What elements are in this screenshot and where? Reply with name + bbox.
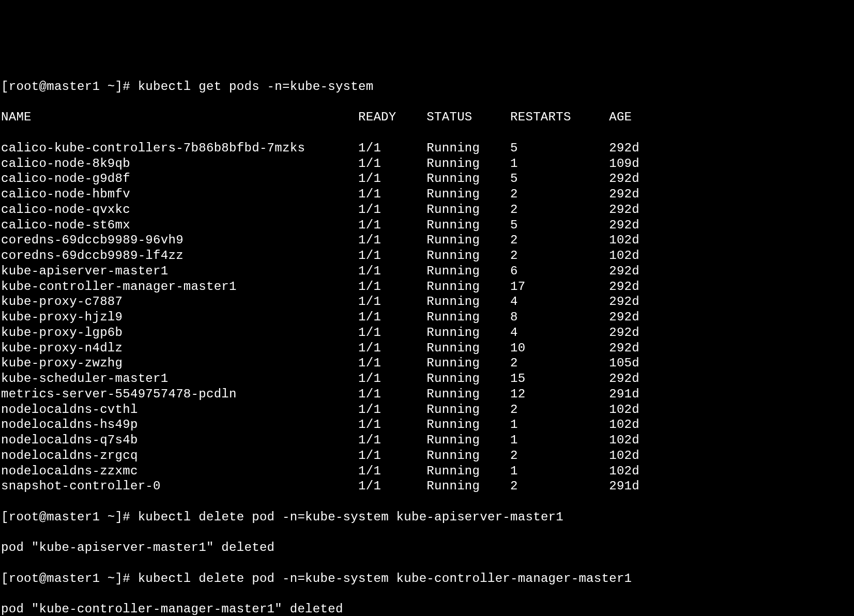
table-row: calico-node-hbmfv 1/1 Running 2 292d [1, 187, 853, 202]
table-row: nodelocaldns-cvthl 1/1 Running 2 102d [1, 402, 853, 418]
table-row: calico-node-8k9qb 1/1 Running 1 109d [1, 156, 853, 172]
table-row: coredns-69dccb9989-96vh9 1/1 Running 2 1… [1, 233, 853, 248]
table-row: calico-node-g9d8f 1/1 Running 5 292d [1, 171, 853, 187]
table-header: NAME READY STATUS RESTARTS AGE [1, 110, 853, 125]
command-text: kubectl delete pod -n=kube-system kube-c… [138, 572, 632, 586]
table-row: nodelocaldns-zrgcq 1/1 Running 2 102d [1, 448, 853, 464]
table-row: coredns-69dccb9989-lf4zz 1/1 Running 2 1… [1, 248, 853, 264]
table-row: kube-proxy-hjzl9 1/1 Running 8 292d [1, 310, 853, 325]
output-line: pod "kube-apiserver-master1" deleted [1, 540, 853, 556]
table-row: calico-node-st6mx 1/1 Running 5 292d [1, 218, 853, 233]
table-row: nodelocaldns-zzxmc 1/1 Running 1 102d [1, 464, 853, 479]
table-row: snapshot-controller-0 1/1 Running 2 291d [1, 479, 853, 494]
table-row: nodelocaldns-q7s4b 1/1 Running 1 102d [1, 433, 853, 448]
table-row: metrics-server-5549757478-pcdln 1/1 Runn… [1, 387, 853, 402]
table-row: kube-proxy-zwzhg 1/1 Running 2 105d [1, 356, 853, 371]
command-line-2: [root@master1 ~]# kubectl delete pod -n=… [1, 510, 853, 525]
shell-prompt: [root@master1 ~]# [1, 510, 138, 524]
table-row: nodelocaldns-hs49p 1/1 Running 1 102d [1, 417, 853, 433]
table-row: kube-apiserver-master1 1/1 Running 6 292… [1, 264, 853, 279]
command-text: kubectl get pods -n=kube-system [138, 80, 374, 94]
table-row: kube-proxy-lgp6b 1/1 Running 4 292d [1, 325, 853, 341]
command-line-3: [root@master1 ~]# kubectl delete pod -n=… [1, 571, 853, 587]
table-row: calico-kube-controllers-7b86b8bfbd-7mzks… [1, 141, 853, 156]
shell-prompt: [root@master1 ~]# [1, 572, 138, 586]
shell-prompt: [root@master1 ~]# [1, 80, 138, 94]
table-row: kube-proxy-c7887 1/1 Running 4 292d [1, 294, 853, 310]
output-line: pod "kube-controller-manager-master1" de… [1, 602, 853, 616]
command-line-1: [root@master1 ~]# kubectl get pods -n=ku… [1, 79, 853, 95]
table-row: kube-proxy-n4dlz 1/1 Running 10 292d [1, 341, 853, 356]
command-text: kubectl delete pod -n=kube-system kube-a… [138, 510, 563, 524]
table-row: kube-scheduler-master1 1/1 Running 15 29… [1, 371, 853, 387]
table-row: calico-node-qvxkc 1/1 Running 2 292d [1, 202, 853, 218]
table-row: kube-controller-manager-master1 1/1 Runn… [1, 279, 853, 295]
terminal-output[interactable]: [root@master1 ~]# kubectl get pods -n=ku… [1, 64, 853, 616]
